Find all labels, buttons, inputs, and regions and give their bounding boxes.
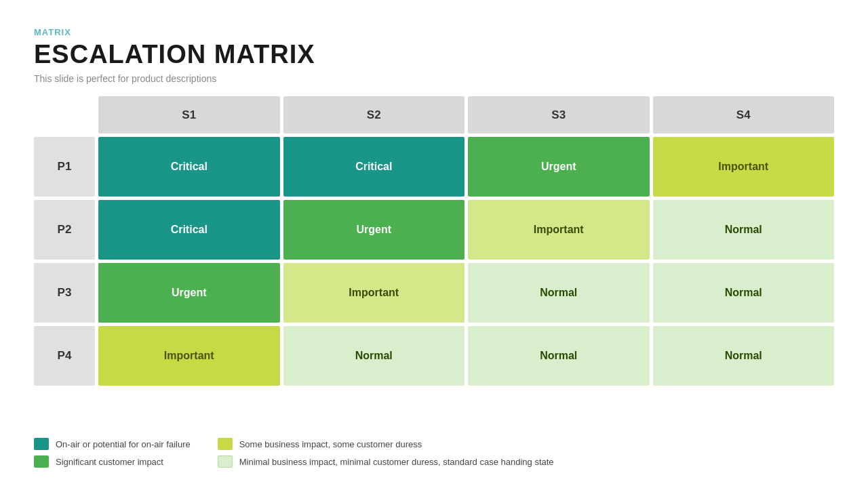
cell-p3-s3: Normal [468, 263, 650, 323]
col-header-s1: S1 [98, 96, 280, 134]
cell-p4-s4: Normal [653, 326, 835, 386]
matrix-table: S1 S2 S3 S4 P1 Critical Critical Urgent … [34, 96, 834, 428]
cell-p1-s1: Critical [98, 137, 280, 197]
cell-p2-s1: Critical [98, 200, 280, 260]
corner-cell [34, 96, 95, 134]
cell-p1-s3: Urgent [468, 137, 650, 197]
legend-item-urgent: Significant customer impact [34, 455, 191, 468]
legend-swatch-critical [34, 438, 49, 450]
col-header-s3: S3 [468, 96, 650, 134]
legend-col-1: On-air or potential for on-air failure S… [34, 438, 191, 468]
legend: On-air or potential for on-air failure S… [34, 438, 834, 468]
row-header-p2: P2 [34, 200, 95, 260]
legend-item-important: Some business impact, some customer dure… [218, 438, 554, 450]
legend-label-critical: On-air or potential for on-air failure [56, 439, 191, 449]
legend-item-critical: On-air or potential for on-air failure [34, 438, 191, 450]
cell-p2-s3: Important [468, 200, 650, 260]
header-label: MATRIX [34, 27, 834, 37]
cell-p4-s2: Normal [283, 326, 465, 386]
col-header-s2: S2 [283, 96, 465, 134]
subtitle: This slide is perfect for product descri… [34, 73, 834, 84]
cell-p3-s1: Urgent [98, 263, 280, 323]
cell-p3-s2: Important [283, 263, 465, 323]
legend-item-normal: Minimal business impact, minimal custome… [218, 455, 554, 468]
legend-label-normal: Minimal business impact, minimal custome… [239, 457, 554, 467]
page: MATRIX ESCALATION MATRIX This slide is p… [0, 0, 868, 488]
cell-p1-s4: Important [653, 137, 835, 197]
matrix-container: S1 S2 S3 S4 P1 Critical Critical Urgent … [34, 96, 834, 428]
col-header-s4: S4 [653, 96, 835, 134]
legend-label-urgent: Significant customer impact [56, 457, 163, 467]
cell-p4-s3: Normal [468, 326, 650, 386]
legend-swatch-important [218, 438, 233, 450]
cell-p4-s1: Important [98, 326, 280, 386]
cell-p2-s4: Normal [653, 200, 835, 260]
cell-p2-s2: Urgent [283, 200, 465, 260]
row-header-p1: P1 [34, 137, 95, 197]
cell-p1-s2: Critical [283, 137, 465, 197]
cell-p3-s4: Normal [653, 263, 835, 323]
legend-label-important: Some business impact, some customer dure… [239, 439, 422, 449]
row-header-p4: P4 [34, 326, 95, 386]
row-header-p3: P3 [34, 263, 95, 323]
main-title: ESCALATION MATRIX [34, 40, 834, 69]
legend-col-2: Some business impact, some customer dure… [218, 438, 554, 468]
legend-swatch-urgent [34, 455, 49, 468]
legend-swatch-normal [218, 455, 233, 468]
